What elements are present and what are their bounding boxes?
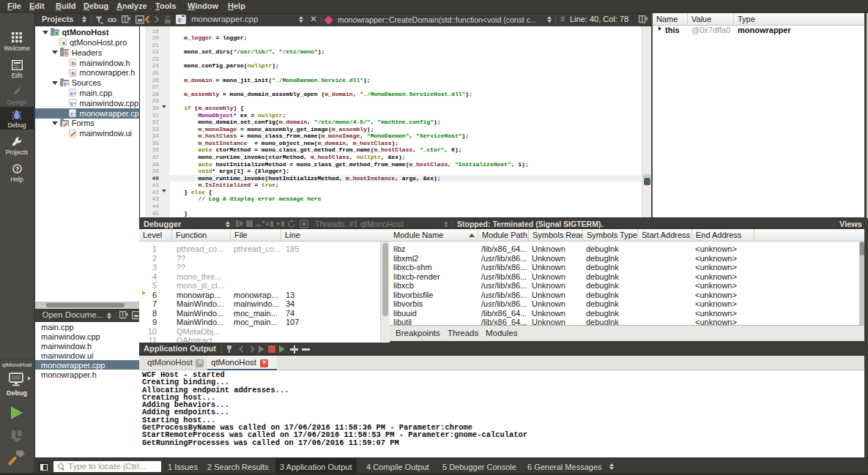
svg-text:?: ? (15, 165, 20, 173)
